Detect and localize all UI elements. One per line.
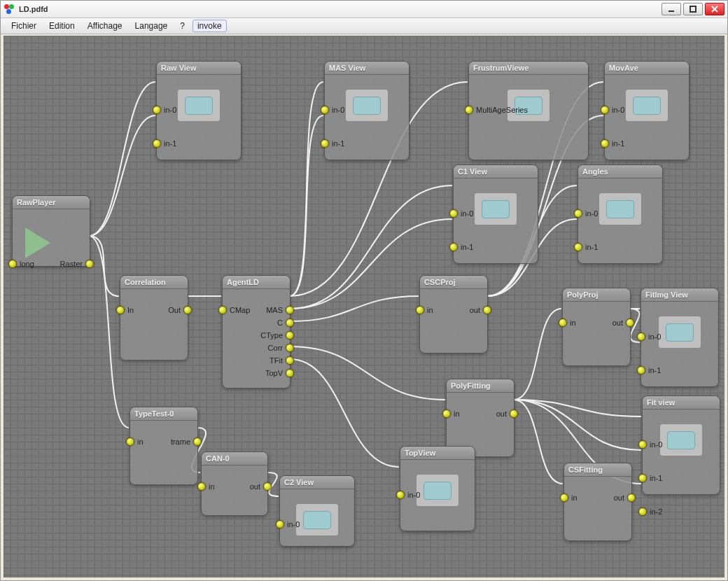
maximize-button[interactable] — [683, 3, 703, 15]
node-TypeTest0[interactable]: TypeTest-0intrame — [130, 407, 198, 485]
menu-langage[interactable]: Langage — [130, 20, 173, 32]
port-Raster[interactable]: Raster — [60, 260, 94, 268]
port-pin-icon — [574, 243, 582, 251]
node-title: C2 View — [280, 476, 354, 489]
port-in-0[interactable]: in-0 — [396, 491, 420, 499]
node-CSCProj[interactable]: CSCProjinout — [419, 275, 488, 354]
port-MAS[interactable]: MAS — [266, 306, 294, 314]
node-RawPlayer[interactable]: RawPlayerlongRaster — [12, 195, 90, 267]
node-body: intrame — [130, 421, 197, 485]
port-in[interactable]: in — [197, 482, 215, 491]
menu-affichage[interactable]: Affichage — [83, 20, 127, 32]
node-PolyProj[interactable]: PolyProjinout — [562, 288, 631, 366]
port-trame[interactable]: trame — [171, 438, 202, 446]
port-in-0[interactable]: in-0 — [574, 209, 598, 218]
preview-thumbnail — [474, 192, 517, 225]
port-in-0[interactable]: in-0 — [637, 332, 661, 341]
close-button[interactable] — [705, 3, 724, 15]
port-in-1[interactable]: in-1 — [601, 139, 624, 148]
node-Angles[interactable]: Anglesin-0in-1 — [578, 164, 663, 264]
port-in-1[interactable]: in-1 — [574, 243, 598, 251]
port-in-0[interactable]: in-0 — [321, 106, 344, 114]
node-body: longRaster — [13, 227, 90, 285]
graph-canvas[interactable]: RawPlayerlongRasterRaw Viewin-0in-1Corre… — [4, 36, 724, 578]
port-in-1[interactable]: in-1 — [638, 474, 662, 482]
node-FrustrumViewer[interactable]: FrustrumVieweMultiAgeSeries — [468, 61, 589, 160]
wire — [290, 296, 419, 321]
node-body: in-0in-1in-2 — [643, 424, 720, 509]
port-in-0[interactable]: in-0 — [638, 440, 662, 449]
node-CAN0[interactable]: CAN-0inout — [201, 451, 268, 516]
port-in-0[interactable]: in-0 — [601, 106, 624, 114]
node-body: in-0in-1 — [454, 192, 538, 278]
menu-fichier[interactable]: Fichier — [6, 20, 41, 32]
port-TopV[interactable]: TopV — [265, 369, 294, 377]
port-pin-icon — [321, 139, 329, 148]
preview-thumbnail — [177, 89, 220, 122]
port-out[interactable]: out — [250, 482, 272, 491]
port-CType[interactable]: CType — [260, 331, 294, 340]
port-in[interactable]: in — [442, 410, 460, 418]
port-in[interactable]: in — [126, 438, 144, 446]
titlebar[interactable]: LD.pdfd — [1, 1, 727, 18]
port-In[interactable]: In — [116, 306, 134, 314]
node-C2View[interactable]: C2 Viewin-0 — [279, 475, 355, 547]
port-in-1[interactable]: in-1 — [637, 366, 661, 374]
port-in-1[interactable]: in-1 — [153, 139, 176, 148]
node-Correlation[interactable]: CorrelationInOut — [120, 275, 188, 360]
port-label: in-1 — [648, 366, 661, 374]
port-in-1[interactable]: in-1 — [321, 139, 344, 148]
port-label: in — [454, 410, 460, 418]
port-in[interactable]: in — [416, 306, 433, 314]
port-MultiAgeSeries[interactable]: MultiAgeSeries — [465, 106, 528, 114]
node-C1View[interactable]: C1 Viewin-0in-1 — [453, 164, 538, 264]
port-label: in — [137, 438, 144, 446]
preview-thumbnail — [345, 89, 388, 122]
port-long[interactable]: long — [8, 260, 34, 268]
port-label: in-0 — [650, 440, 662, 449]
port-pin-icon — [638, 507, 647, 516]
port-out[interactable]: out — [470, 306, 491, 314]
node-MASView[interactable]: MAS Viewin-0in-1 — [324, 61, 410, 160]
port-label: in-1 — [164, 139, 176, 148]
port-CMap[interactable]: CMap — [218, 306, 250, 314]
port-in-1[interactable]: in-1 — [449, 243, 473, 251]
port-pin-icon — [218, 306, 227, 314]
node-RawView[interactable]: Raw Viewin-0in-1 — [156, 61, 241, 160]
port-in[interactable]: in — [559, 318, 576, 327]
play-icon[interactable] — [25, 227, 50, 258]
node-title: AgentLD — [223, 276, 290, 289]
menu-invoke[interactable]: invoke — [192, 20, 227, 32]
node-TopView[interactable]: TopViewin-0 — [400, 446, 475, 531]
minimize-button[interactable] — [662, 3, 681, 15]
node-MovAve[interactable]: MovAvein-0in-1 — [604, 61, 690, 160]
port-Out[interactable]: Out — [168, 306, 192, 314]
menu-?[interactable]: ? — [175, 20, 190, 32]
node-AgentLD[interactable]: AgentLDCMapMASCCTypeCorrTFitTopV — [222, 275, 290, 388]
app-window: LD.pdfd FichierEditionAffichageLangage?i… — [0, 0, 728, 581]
port-out[interactable]: out — [612, 318, 634, 327]
port-out[interactable]: out — [614, 493, 636, 502]
node-FitView[interactable]: Fit viewin-0in-1in-2 — [642, 396, 720, 495]
node-FitImgView[interactable]: FitImg Viewin-0in-1 — [640, 288, 719, 387]
preview-thumbnail — [658, 316, 701, 349]
svg-rect-0 — [690, 6, 696, 12]
port-pin-icon — [286, 318, 294, 327]
menubar: FichierEditionAffichageLangage?invoke — [1, 18, 727, 34]
port-TFit[interactable]: TFit — [270, 356, 294, 365]
port-pin-icon — [416, 306, 424, 314]
port-in-2[interactable]: in-2 — [638, 507, 662, 516]
node-CSFitting[interactable]: CSFittinginout — [564, 463, 632, 541]
port-in-0[interactable]: in-0 — [276, 520, 300, 528]
node-body: inout — [420, 289, 487, 354]
port-label: in-0 — [287, 520, 300, 528]
port-in-0[interactable]: in-0 — [153, 106, 176, 114]
port-pin-icon — [483, 306, 491, 314]
port-in-0[interactable]: in-0 — [449, 209, 473, 218]
port-Corr[interactable]: Corr — [268, 344, 294, 352]
port-C[interactable]: C — [277, 318, 294, 327]
port-label: in — [570, 318, 576, 327]
menu-edition[interactable]: Edition — [44, 20, 80, 32]
port-out[interactable]: out — [496, 410, 518, 418]
port-in[interactable]: in — [560, 493, 578, 502]
